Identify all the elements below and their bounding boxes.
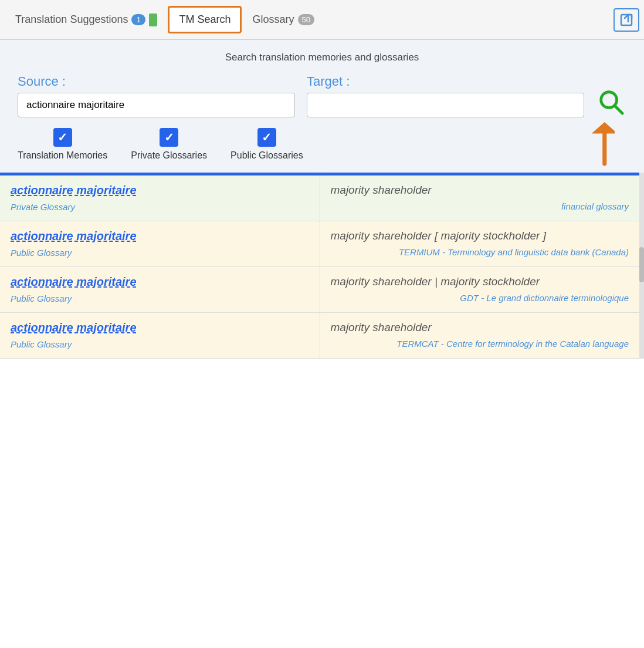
result-col-left: actionnaire majoritaire Public Glossary [0,313,320,358]
result-col-left: actionnaire majoritaire Private Glossary [0,176,320,221]
tab-glossary-label: Glossary [252,14,294,26]
tab-tm-search[interactable]: TM Search [168,6,242,33]
checkbox-priv-label: Private Glossaries [131,150,207,161]
checkbox-public-glossaries[interactable]: ✓ Public Glossaries [231,128,303,161]
tabs-bar: Translation Suggestions 1 TM Search Glos… [0,0,644,40]
result-translation: majority shareholder [331,184,629,197]
tab-translation-suggestions-label: Translation Suggestions [15,14,128,26]
result-glossary-name: TERMCAT - Centre for terminology in the … [331,339,629,349]
export-icon [619,13,633,27]
table-row: actionnaire majoritaire Public Glossary … [0,221,639,267]
search-row: Source : Target : [18,74,626,117]
result-term-link[interactable]: actionnaire majoritaire [11,275,309,289]
checkboxes-row: ✓ Translation Memories ✓ Private Glossar… [18,128,626,161]
result-translation: majority shareholder [331,321,629,334]
result-term-link[interactable]: actionnaire majoritaire [11,230,309,243]
table-row: actionnaire majoritaire Public Glossary … [0,313,639,359]
result-col-left: actionnaire majoritaire Public Glossary [0,221,320,266]
result-col-right: majority shareholder financial glossary [320,176,640,221]
source-input[interactable] [18,93,295,117]
result-source-name: Private Glossary [11,202,75,212]
search-button[interactable] [596,87,626,117]
result-term-link[interactable]: actionnaire majoritaire [11,184,309,197]
result-term-link[interactable]: actionnaire majoritaire [11,321,309,335]
result-translation: majority shareholder [ majority stockhol… [331,230,629,242]
export-button[interactable] [614,8,639,32]
table-row: actionnaire majoritaire Private Glossary… [0,176,639,221]
target-input[interactable] [307,93,584,117]
svg-line-3 [615,106,622,113]
target-label: Target : [307,74,584,89]
green-icon [149,14,157,26]
result-col-right: majority shareholder | majority stockhol… [320,267,640,312]
main-content: Search translation memories and glossari… [0,40,644,173]
tab-translation-suggestions[interactable]: Translation Suggestions 1 [5,6,168,33]
result-source-name: Public Glossary [11,339,72,349]
checkbox-tm-label: Translation Memories [18,150,107,161]
result-source-name: Public Glossary [11,293,72,303]
translation-suggestions-badge: 1 [131,14,145,25]
result-col-right: majority shareholder [ majority stockhol… [320,221,640,266]
source-label: Source : [18,74,295,89]
scrollbar[interactable] [639,173,644,359]
result-col-left: actionnaire majoritaire Public Glossary [0,267,320,312]
checkbox-private-glossaries[interactable]: ✓ Private Glossaries [131,128,207,161]
checkbox-pub-box: ✓ [257,128,276,147]
tab-tm-search-label: TM Search [179,14,231,26]
tab-glossary[interactable]: Glossary 50 [242,6,324,33]
checkbox-pub-label: Public Glossaries [231,150,303,161]
result-glossary-name: financial glossary [331,201,629,211]
arrow-icon [574,122,615,169]
results-section: actionnaire majoritaire Private Glossary… [0,173,639,359]
results-wrapper: actionnaire majoritaire Private Glossary… [0,173,644,359]
result-translation: majority shareholder | majority stockhol… [331,275,629,288]
result-glossary-name: GDT - Le grand dictionnaire terminologiq… [331,293,629,303]
search-icon [598,89,625,116]
checkbox-priv-box: ✓ [160,128,178,147]
result-source-name: Public Glossary [11,248,72,258]
glossary-badge: 50 [298,14,314,25]
result-col-right: majority shareholder TERMCAT - Centre fo… [320,313,640,358]
search-subtitle: Search translation memories and glossari… [18,52,626,63]
arrow-annotation [574,122,615,171]
result-glossary-name: TERMIUM - Terminology and linguistic dat… [331,247,629,257]
checkbox-tm-box: ✓ [53,128,72,147]
svg-marker-6 [592,122,615,134]
table-row: actionnaire majoritaire Public Glossary … [0,267,639,313]
scrollbar-thumb[interactable] [639,247,644,282]
target-field-group: Target : [307,74,584,117]
checkbox-translation-memories[interactable]: ✓ Translation Memories [18,128,107,161]
source-field-group: Source : [18,74,295,117]
